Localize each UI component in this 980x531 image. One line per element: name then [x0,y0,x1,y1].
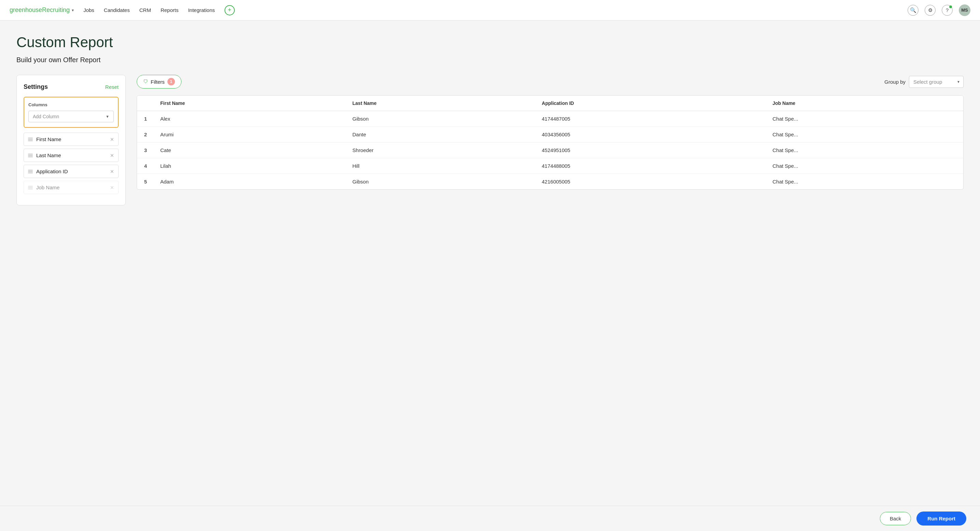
page-title: Custom Report [16,34,964,51]
cell-firstname: Arumi [154,127,346,143]
results-table: First Name Last Name Application ID Job … [137,96,963,189]
filters-bar: ⛉ Filters 1 Group by Select group [137,75,964,89]
add-column-placeholder: Add Column [33,114,59,119]
brand-greenhouse: greenhouse [10,6,42,13]
column-item-jobname[interactable]: Job Name ✕ [24,181,119,194]
remove-jobname-button[interactable]: ✕ [110,185,114,190]
cell-firstname: Cate [154,143,346,158]
cell-firstname: Alex [154,111,346,127]
group-by-select[interactable]: Select group [909,76,964,88]
column-item-label: First Name [36,136,107,142]
back-button[interactable]: Back [880,512,911,525]
drag-handle-icon [28,186,33,189]
navbar-right: 🔍 ⚙ ? MS [908,5,970,16]
cell-jobname: Chat Spe... [767,174,963,190]
nav-reports[interactable]: Reports [161,7,179,13]
col-lastname: Last Name [346,96,535,111]
table-row: 4 Lilah Hill 4174488005 Chat Spe... [137,158,963,174]
run-report-button[interactable]: Run Report [916,512,966,526]
col-appid: Application ID [536,96,767,111]
avatar[interactable]: MS [959,5,970,16]
data-table: First Name Last Name Application ID Job … [137,95,964,190]
brand-recruiting: Recruiting [42,6,70,13]
cell-lastname: Hill [346,158,535,174]
cell-appid: 4174487005 [536,111,767,127]
bottom-bar: Back Run Report [0,506,980,531]
group-by-section: Group by Select group [885,76,964,88]
table-header-row: First Name Last Name Application ID Job … [137,96,963,111]
col-num [137,96,154,111]
column-item-label: Last Name [36,153,107,158]
reset-button[interactable]: Reset [105,84,119,90]
add-column-dropdown[interactable]: Add Column ▼ [29,111,114,122]
settings-header: Settings Reset [24,83,119,91]
col-firstname: First Name [154,96,346,111]
cell-jobname: Chat Spe... [767,111,963,127]
navbar: greenhouseRecruiting ▾ Jobs Candidates C… [0,0,980,21]
nav-links: Jobs Candidates CRM Reports Integrations… [83,5,905,15]
cell-jobname: Chat Spe... [767,143,963,158]
cell-firstname: Adam [154,174,346,190]
cell-num: 5 [137,174,154,190]
columns-section: Columns Add Column ▼ [24,97,119,128]
filters-button[interactable]: ⛉ Filters 1 [137,75,181,89]
cell-num: 3 [137,143,154,158]
column-item-label: Job Name [36,184,107,190]
brand-text: greenhouseRecruiting [10,6,70,14]
column-item-appid[interactable]: Application ID ✕ [24,165,119,178]
col-jobname: Job Name [767,96,963,111]
column-item-label: Application ID [36,169,107,174]
cell-num: 2 [137,127,154,143]
cell-lastname: Gibson [346,111,535,127]
main-layout: Settings Reset Columns Add Column ▼ Firs… [16,75,964,205]
drag-handle-icon [28,154,33,157]
settings-panel: Settings Reset Columns Add Column ▼ Firs… [16,75,126,205]
help-button[interactable]: ? [942,5,953,16]
cell-num: 4 [137,158,154,174]
cell-jobname: Chat Spe... [767,158,963,174]
remove-firstname-button[interactable]: ✕ [110,137,114,142]
group-by-wrapper[interactable]: Select group [909,76,964,88]
group-by-label: Group by [885,79,905,85]
brand-chevron-icon[interactable]: ▾ [72,8,74,13]
add-button[interactable]: + [224,5,235,15]
brand[interactable]: greenhouseRecruiting ▾ [10,6,74,14]
report-area: ⛉ Filters 1 Group by Select group [137,75,964,190]
nav-jobs[interactable]: Jobs [83,7,94,13]
cell-firstname: Lilah [154,158,346,174]
settings-title: Settings [24,83,48,91]
chevron-down-icon: ▼ [106,114,109,119]
column-item-lastname[interactable]: Last Name ✕ [24,149,119,162]
cell-lastname: Gibson [346,174,535,190]
cell-appid: 4216005005 [536,174,767,190]
cell-appid: 4174488005 [536,158,767,174]
cell-lastname: Shroeder [346,143,535,158]
cell-appid: 4524951005 [536,143,767,158]
settings-button[interactable]: ⚙ [924,5,935,16]
cell-appid: 4034356005 [536,127,767,143]
filter-icon: ⛉ [143,79,148,84]
search-button[interactable]: 🔍 [908,5,918,16]
table-row: 3 Cate Shroeder 4524951005 Chat Spe... [137,143,963,158]
cell-num: 1 [137,111,154,127]
nav-integrations[interactable]: Integrations [188,7,215,13]
table-body: 1 Alex Gibson 4174487005 Chat Spe... 2 A… [137,111,963,190]
table-row: 1 Alex Gibson 4174487005 Chat Spe... [137,111,963,127]
filters-label: Filters [151,79,165,85]
column-item-firstname[interactable]: First Name ✕ [24,133,119,146]
filter-count-badge: 1 [167,78,175,86]
drag-handle-icon [28,138,33,141]
drag-handle-icon [28,170,33,173]
table-row: 2 Arumi Dante 4034356005 Chat Spe... [137,127,963,143]
table-header: First Name Last Name Application ID Job … [137,96,963,111]
table-row: 5 Adam Gibson 4216005005 Chat Spe... [137,174,963,190]
nav-candidates[interactable]: Candidates [104,7,130,13]
remove-appid-button[interactable]: ✕ [110,169,114,174]
nav-crm[interactable]: CRM [139,7,151,13]
page-subtitle: Build your own Offer Report [16,56,964,64]
remove-lastname-button[interactable]: ✕ [110,153,114,158]
cell-jobname: Chat Spe... [767,127,963,143]
columns-label: Columns [29,102,114,107]
page-content: Custom Report Build your own Offer Repor… [0,21,980,219]
cell-lastname: Dante [346,127,535,143]
